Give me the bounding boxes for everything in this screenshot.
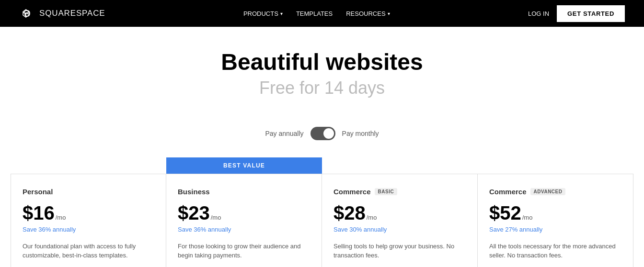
logo-text: SQUARESPACE <box>39 9 105 18</box>
plan-price: $28 /mo <box>334 202 466 224</box>
plan-badge: ADVANCED <box>530 188 566 195</box>
pay-annually-label: Pay annually <box>265 130 303 137</box>
plan-card-business: Business $23 /mo Save 36% annually For t… <box>166 174 322 267</box>
plan-name: Personal <box>23 188 154 196</box>
nav-actions: LOG IN GET STARTED <box>528 5 625 22</box>
nav-templates[interactable]: TEMPLATES <box>296 10 333 17</box>
plan-price-amount: $23 <box>178 202 210 224</box>
plan-save: Save 36% annually <box>23 226 154 233</box>
plan-description: Selling tools to help grow your business… <box>334 242 466 260</box>
plan-price-period: /mo <box>522 214 533 221</box>
plan-name: Business <box>178 188 310 196</box>
plan-description: All the tools necessary for the more adv… <box>489 242 621 260</box>
login-button[interactable]: LOG IN <box>528 10 549 17</box>
plan-name: CommerceBASIC <box>334 188 466 196</box>
chevron-down-icon: ▾ <box>280 11 283 16</box>
plan-price-period: /mo <box>56 214 66 221</box>
logo[interactable]: SQUARESPACE <box>19 6 105 21</box>
plan-save: Save 27% annually <box>489 226 621 233</box>
plan-save: Save 36% annually <box>178 226 310 233</box>
plan-price-period: /mo <box>211 214 221 221</box>
get-started-button[interactable]: GET STARTED <box>557 5 625 22</box>
plan-price: $16 /mo <box>23 202 154 224</box>
plans-section: BEST VALUE Personal $16 /mo Save 36% ann… <box>0 157 644 267</box>
billing-toggle-section: Pay annually Pay monthly <box>0 127 644 140</box>
nav-links: PRODUCTS ▾ TEMPLATES RESOURCES ▾ <box>243 10 390 17</box>
hero-subtitle: Free for 14 days <box>0 78 644 98</box>
plan-price-amount: $16 <box>23 202 55 224</box>
plan-price-amount: $52 <box>489 202 521 224</box>
toggle-knob <box>323 128 334 139</box>
chevron-down-icon: ▾ <box>388 11 390 16</box>
nav-resources[interactable]: RESOURCES ▾ <box>346 10 390 17</box>
plan-price-amount: $28 <box>334 202 366 224</box>
plan-description: Our foundational plan with access to ful… <box>23 242 154 260</box>
navbar: SQUARESPACE PRODUCTS ▾ TEMPLATES RESOURC… <box>0 0 644 27</box>
plan-card-commerce-basic: CommerceBASIC $28 /mo Save 30% annually … <box>322 174 478 267</box>
squarespace-logo-icon <box>19 6 34 21</box>
plan-card-commerce-advanced: CommerceADVANCED $52 /mo Save 27% annual… <box>478 174 633 267</box>
plan-price: $52 /mo <box>489 202 621 224</box>
hero-section: Beautiful websites Free for 14 days <box>0 27 644 113</box>
hero-title: Beautiful websites <box>0 50 644 75</box>
plan-name: CommerceADVANCED <box>489 188 621 196</box>
plan-save: Save 30% annually <box>334 226 466 233</box>
billing-toggle[interactable] <box>310 127 335 140</box>
nav-products[interactable]: PRODUCTS ▾ <box>243 10 283 17</box>
plan-badge: BASIC <box>375 188 398 195</box>
best-value-banner: BEST VALUE <box>166 157 322 174</box>
plan-card-personal: Personal $16 /mo Save 36% annually Our f… <box>11 174 166 267</box>
pay-monthly-label: Pay monthly <box>342 130 379 137</box>
plan-description: For those looking to grow their audience… <box>178 242 310 260</box>
plan-price: $23 /mo <box>178 202 310 224</box>
plan-price-period: /mo <box>367 214 377 221</box>
